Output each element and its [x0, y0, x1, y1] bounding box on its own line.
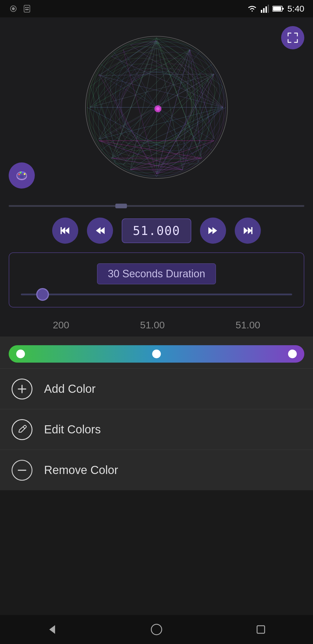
battery-icon [272, 5, 284, 12]
remove-color-label: Remove Color [44, 464, 118, 477]
svg-marker-114 [244, 227, 248, 234]
svg-line-21 [156, 38, 197, 148]
svg-rect-4 [27, 7, 29, 8]
svg-rect-6 [261, 10, 262, 13]
svg-point-17 [22, 171, 24, 173]
rewind-button[interactable] [87, 218, 113, 244]
svg-point-16 [20, 172, 21, 173]
status-right-icons: 5:40 [247, 4, 304, 14]
status-time: 5:40 [287, 4, 304, 14]
sim-icon [22, 4, 32, 13]
status-left-icons [9, 4, 32, 13]
svg-rect-123 [257, 626, 265, 633]
svg-rect-2 [24, 5, 30, 12]
svg-marker-121 [49, 625, 55, 634]
skip-to-end-button[interactable] [235, 218, 261, 244]
add-color-icon-circle [12, 379, 32, 399]
camera-icon [9, 4, 18, 13]
svg-point-47 [81, 32, 219, 168]
svg-line-66 [183, 50, 190, 170]
edit-colors-icon-circle [12, 419, 32, 440]
add-color-label: Add Color [44, 382, 96, 395]
svg-line-82 [112, 57, 223, 107]
svg-point-1 [12, 7, 15, 10]
recents-button[interactable] [249, 618, 272, 641]
skip-end-icon [242, 225, 254, 236]
value-1: 200 [53, 319, 69, 331]
svg-marker-111 [100, 227, 105, 234]
gradient-thumb-middle[interactable] [152, 350, 161, 358]
svg-point-38 [94, 47, 232, 183]
value-2: 51.00 [140, 319, 165, 331]
svg-rect-12 [273, 7, 281, 11]
rewind-icon [94, 225, 106, 236]
duration-slider-thumb[interactable] [36, 288, 49, 301]
fullscreen-icon [287, 32, 299, 44]
svg-rect-9 [268, 5, 269, 13]
svg-point-122 [151, 624, 162, 635]
svg-marker-108 [65, 227, 69, 234]
skip-to-start-button[interactable] [52, 218, 78, 244]
svg-point-98 [156, 107, 160, 111]
spirograph-svg: // We'll generate lines via inline appro… [81, 32, 232, 183]
fast-forward-button[interactable] [200, 218, 226, 244]
back-icon [45, 622, 59, 637]
gradient-bar-container [0, 345, 313, 363]
svg-point-18 [24, 173, 26, 175]
duration-panel: 30 Seconds Duration [0, 247, 313, 313]
svg-line-78 [112, 107, 223, 158]
svg-marker-107 [61, 227, 65, 234]
svg-point-33 [94, 32, 232, 168]
remove-color-item[interactable]: Remove Color [0, 450, 313, 490]
gradient-thumb-right[interactable] [288, 350, 297, 358]
svg-line-69 [123, 74, 214, 165]
skip-start-icon [59, 225, 71, 236]
svg-marker-115 [248, 227, 252, 234]
back-button[interactable] [41, 618, 64, 641]
values-row: 200 51.00 51.00 [0, 313, 313, 337]
edit-colors-item[interactable]: Edit Colors [0, 409, 313, 450]
main-progress-slider[interactable] [9, 205, 304, 207]
svg-marker-113 [212, 227, 217, 234]
svg-rect-7 [263, 8, 265, 13]
duration-panel-inner: 30 Seconds Duration [9, 252, 304, 307]
svg-line-58 [99, 41, 156, 75]
recents-icon [254, 622, 268, 637]
gradient-thumb-left[interactable] [16, 350, 25, 358]
home-icon [149, 622, 164, 637]
svg-rect-109 [61, 227, 62, 234]
bottom-panel: Add Color Edit Colors Remove Color [0, 337, 313, 490]
main-slider-area[interactable] [0, 197, 313, 215]
svg-point-15 [18, 173, 20, 175]
svg-rect-5 [25, 9, 29, 10]
svg-point-19 [20, 175, 24, 178]
playback-controls: 51.000 [0, 215, 313, 247]
visualization-area: // We'll generate lines via inline appro… [0, 17, 313, 197]
spirograph-display: // We'll generate lines via inline appro… [81, 32, 232, 183]
add-color-item[interactable]: Add Color [0, 368, 313, 409]
status-bar: 5:40 [0, 0, 313, 17]
home-button[interactable] [145, 618, 168, 641]
svg-line-22 [116, 38, 156, 148]
wifi-icon [247, 5, 257, 13]
color-gradient-bar[interactable] [9, 345, 304, 363]
svg-rect-8 [265, 6, 267, 13]
svg-rect-3 [25, 7, 27, 8]
svg-line-119 [23, 427, 25, 429]
fast-forward-icon [207, 225, 219, 236]
signal-icon [261, 5, 269, 13]
svg-marker-112 [208, 227, 213, 234]
edit-colors-label: Edit Colors [44, 423, 101, 436]
remove-color-icon-circle [12, 460, 32, 481]
svg-line-75 [183, 74, 214, 170]
duration-slider[interactable] [21, 294, 292, 295]
pencil-icon [17, 424, 28, 435]
svg-marker-110 [96, 227, 101, 234]
svg-rect-11 [282, 8, 284, 10]
navigation-bar [0, 615, 313, 644]
palette-icon [15, 169, 29, 182]
time-display: 51.000 [122, 218, 191, 243]
main-slider-thumb[interactable] [115, 204, 127, 208]
fullscreen-button[interactable] [281, 26, 304, 49]
palette-button[interactable] [9, 162, 35, 189]
